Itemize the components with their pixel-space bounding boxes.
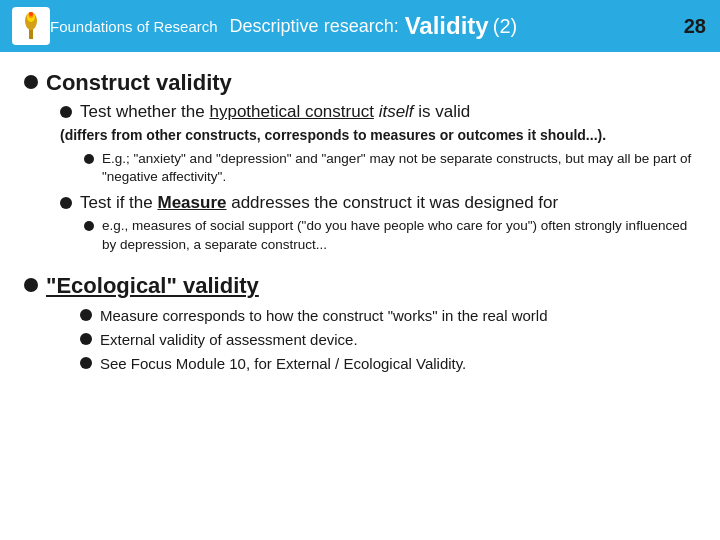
bullet1-eco-icon <box>24 278 38 292</box>
section1-label: Construct validity <box>46 70 232 96</box>
bullet2b-icon <box>60 197 72 209</box>
bullet2a-icon <box>60 106 72 118</box>
section2-items: Measure corresponds to how the construct… <box>80 305 696 374</box>
section1-level2a-text: Test whether the hypothetical construct … <box>80 102 470 122</box>
header-subtitle: Foundations of Research <box>50 18 218 35</box>
header-title-prefix: Descriptive research: <box>230 16 399 37</box>
page-number: 28 <box>684 15 706 38</box>
main-content: Construct validity Test whether the hypo… <box>0 52 720 387</box>
section2-label: "Ecological" validity <box>46 273 259 299</box>
section1-level3b: e.g., measures of social support ("do yo… <box>84 217 696 255</box>
bullet3a-icon <box>84 154 94 164</box>
svg-point-4 <box>29 12 33 16</box>
section1-heading: Construct validity <box>24 70 696 96</box>
bullet-eco1-icon <box>80 309 92 321</box>
section1-level2b-text: Test if the Measure addresses the constr… <box>80 193 558 213</box>
bullet1-icon <box>24 75 38 89</box>
eco-item1: Measure corresponds to how the construct… <box>80 305 696 326</box>
section1-level3b-text: e.g., measures of social support ("do yo… <box>102 217 696 255</box>
eco-item3-text: See Focus Module 10, for External / Ecol… <box>100 353 466 374</box>
bullet-eco3-icon <box>80 357 92 369</box>
section1-level3a: E.g.; "anxiety" and "depression" and "an… <box>84 150 696 188</box>
section1-level3a-text: E.g.; "anxiety" and "depression" and "an… <box>102 150 696 188</box>
section1-sub-desc: (differs from other constructs, correspo… <box>60 126 696 146</box>
section1-level2a: Test whether the hypothetical construct … <box>60 102 696 122</box>
bullet3b-icon <box>84 221 94 231</box>
logo <box>12 7 50 45</box>
header: Foundations of Research Descriptive rese… <box>0 0 720 52</box>
eco-item1-text: Measure corresponds to how the construct… <box>100 305 548 326</box>
section1-level2b: Test if the Measure addresses the constr… <box>60 193 696 213</box>
eco-item3: See Focus Module 10, for External / Ecol… <box>80 353 696 374</box>
eco-item2-text: External validity of assessment device. <box>100 329 358 350</box>
bullet-eco2-icon <box>80 333 92 345</box>
header-title-num: (2) <box>493 15 517 38</box>
section2-heading: "Ecological" validity <box>24 273 696 299</box>
eco-item2: External validity of assessment device. <box>80 329 696 350</box>
header-title-bold: Validity <box>405 12 489 40</box>
